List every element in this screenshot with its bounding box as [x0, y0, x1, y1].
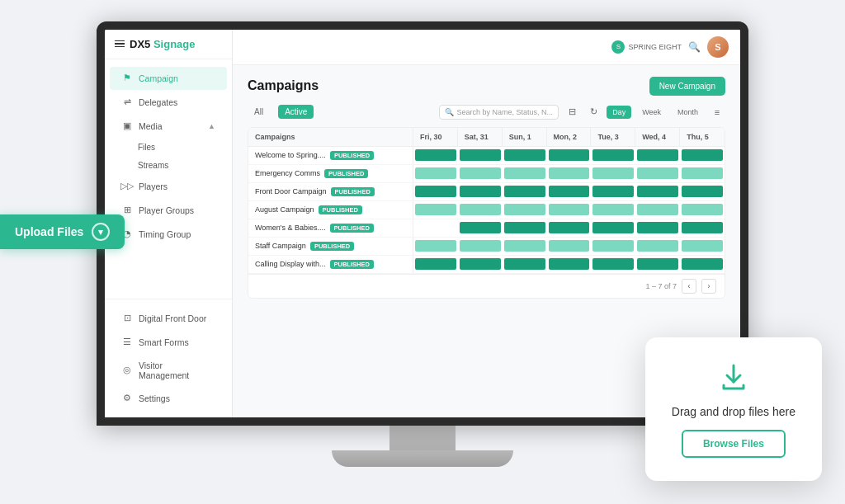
prev-page-button[interactable]: ‹ [682, 279, 696, 294]
gantt-bar [460, 258, 501, 270]
view-month-btn[interactable]: Month [672, 106, 704, 119]
table-row: Women's & Babies.... PUBLISHED [248, 219, 725, 238]
status-badge: PUBLISHED [330, 260, 374, 269]
spring-eight-label: SPRING EIGHT [628, 43, 682, 51]
settings-label: Settings [139, 393, 170, 403]
toolbar: All Active 🔍 Search by Name, Status, N..… [248, 104, 725, 120]
gantt-col-sat31: Sat, 31 [458, 128, 503, 146]
gantt-bar [637, 167, 678, 179]
sidebar-item-media-label: Media [139, 121, 163, 131]
toolbar-right: 🔍 Search by Name, Status, N... ⊟ ↻ Day W… [439, 104, 725, 120]
sidebar-item-delegates-label: Delegates [139, 97, 177, 107]
search-icon: 🔍 [445, 108, 454, 116]
gantt-bar [549, 186, 590, 197]
table-row: August Campaign PUBLISHED [248, 201, 725, 219]
player-groups-icon: ⊞ [121, 205, 133, 216]
sidebar-item-player-groups-label: Player Groups [139, 205, 194, 215]
new-campaign-button[interactable]: New Campaign [649, 77, 725, 96]
search-box[interactable]: 🔍 Search by Name, Status, N... [439, 105, 559, 120]
gantt-bar [504, 222, 545, 233]
status-badge: PUBLISHED [331, 187, 375, 196]
gantt-bar [637, 258, 678, 270]
gantt-bar [415, 149, 456, 161]
sidebar-item-timing-group[interactable]: ◔ Timing Group [110, 223, 227, 246]
browse-files-button[interactable]: Browse Files [682, 430, 786, 458]
gantt-bar [682, 149, 723, 161]
visitor-management-icon: ◎ [121, 365, 133, 376]
sidebar-header: DX5 Signage [105, 30, 232, 59]
campaign-name-1: Welcome to Spring.... PUBLISHED [248, 147, 413, 164]
upload-icon [717, 360, 750, 393]
refresh-icon[interactable]: ↻ [585, 104, 602, 120]
sidebar-item-settings[interactable]: ⚙ Settings [110, 387, 227, 410]
menu-icon[interactable]: ≡ [709, 104, 725, 120]
gantt-bar [549, 258, 590, 270]
smart-forms-label: Smart Forms [139, 337, 189, 347]
page-header: Campaigns New Campaign [248, 77, 725, 96]
sidebar-nav: ⚑ Campaign ⇌ Delegates ▣ Media ▲ [105, 59, 232, 299]
gantt-col-wed4: Wed, 4 [635, 128, 680, 146]
gantt-bar [460, 149, 501, 161]
upload-files-button[interactable]: Upload Files ▾ [0, 214, 125, 249]
digital-front-door-label: Digital Front Door [139, 313, 206, 323]
gantt-bar [504, 149, 545, 161]
pagination-text: 1 – 7 of 7 [645, 282, 677, 290]
gantt-bar [415, 240, 456, 252]
settings-icon: ⚙ [121, 393, 133, 404]
gantt-bar [682, 240, 723, 252]
gantt-col-fri30: Fri, 30 [413, 128, 458, 146]
sidebar-item-digital-front-door[interactable]: ⊡ Digital Front Door [110, 307, 227, 330]
view-day-btn[interactable]: Day [607, 106, 631, 119]
page-title: Campaigns [248, 78, 319, 93]
status-badge: PUBLISHED [319, 205, 362, 214]
search-icon-top[interactable]: 🔍 [688, 41, 701, 53]
streams-label: Streams [138, 161, 168, 170]
gantt-bar [637, 186, 678, 197]
sidebar-item-player-groups[interactable]: ⊞ Player Groups [110, 199, 227, 222]
table-row: Emergency Comms PUBLISHED [248, 165, 725, 183]
sidebar-item-campaign[interactable]: ⚑ Campaign [110, 67, 227, 90]
hamburger-menu-icon[interactable] [115, 40, 125, 48]
tab-all[interactable]: All [248, 105, 270, 119]
gantt-header: Campaigns Fri, 30 Sat, 31 Sun, 1 Mon, 2 … [248, 128, 725, 147]
gantt-bar [592, 204, 634, 215]
drag-drop-text: Drag and drop files here [672, 405, 795, 418]
gantt-col-mon2: Mon, 2 [547, 128, 592, 146]
gantt-bar [504, 240, 545, 252]
tab-active[interactable]: Active [278, 105, 314, 119]
campaign-icon: ⚑ [121, 73, 133, 84]
search-placeholder: Search by Name, Status, N... [457, 108, 554, 116]
sidebar-item-streams[interactable]: Streams [110, 157, 227, 174]
gantt-bar [415, 204, 456, 215]
sidebar-item-media[interactable]: ▣ Media ▲ [110, 115, 227, 138]
monitor-stand-base [332, 450, 513, 467]
table-row: Calling Display with... PUBLISHED [248, 256, 725, 274]
spring-icon: S [611, 40, 625, 54]
sidebar-bottom-nav: ⊡ Digital Front Door ☰ Smart Forms ◎ Vis… [105, 299, 232, 417]
sidebar-item-visitor-management[interactable]: ◎ Visitor Management [110, 355, 227, 386]
gantt-bar [549, 204, 590, 215]
sidebar-item-players[interactable]: ▷▷ Players [110, 175, 227, 198]
gantt-bar [415, 222, 456, 233]
sidebar-item-campaign-label: Campaign [139, 73, 178, 83]
gantt-bar [504, 204, 545, 215]
sidebar-item-delegates[interactable]: ⇌ Delegates [110, 91, 227, 114]
gantt-bar [549, 167, 590, 179]
sidebar-item-timing-group-label: Timing Group [139, 229, 191, 239]
digital-front-door-icon: ⊡ [121, 313, 133, 324]
next-page-button[interactable]: › [701, 279, 716, 294]
gantt-bar [682, 258, 723, 270]
filter-icon[interactable]: ⊟ [564, 104, 580, 120]
drag-drop-card: Drag and drop files here Browse Files [645, 337, 822, 481]
gantt-bar [682, 186, 723, 197]
sidebar-item-smart-forms[interactable]: ☰ Smart Forms [110, 331, 227, 354]
gantt-bar [460, 186, 501, 197]
gantt-bar [504, 167, 545, 179]
status-badge: PUBLISHED [330, 151, 374, 160]
sidebar-item-files[interactable]: Files [110, 139, 227, 156]
campaign-name-7: Calling Display with... PUBLISHED [248, 256, 413, 273]
gantt-table: Campaigns Fri, 30 Sat, 31 Sun, 1 Mon, 2 … [248, 127, 725, 299]
gantt-col-sun1: Sun, 1 [503, 128, 547, 146]
gantt-footer: 1 – 7 of 7 ‹ › [248, 274, 725, 298]
view-week-btn[interactable]: Week [636, 106, 667, 119]
